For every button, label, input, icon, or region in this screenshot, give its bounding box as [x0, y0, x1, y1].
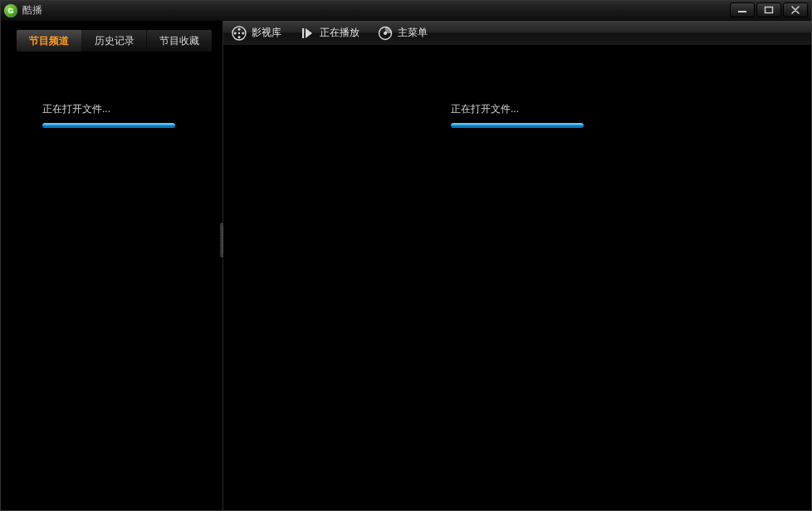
sidebar-tab-favorites[interactable]: 节目收藏: [147, 30, 212, 52]
main-loading: 正在打开文件...: [451, 102, 584, 128]
main-loading-text: 正在打开文件...: [451, 102, 584, 116]
toolbar-button-label: 主菜单: [398, 26, 428, 40]
play-icon: [300, 26, 315, 41]
svg-point-3: [238, 27, 241, 30]
sidebar-tab-label: 节目频道: [29, 34, 69, 48]
window-controls: [728, 1, 808, 20]
app-window: G 酷播 节目频道 历史记录 节目: [0, 0, 812, 511]
sidebar-content: 正在打开文件...: [1, 52, 223, 510]
toolbar-nowplaying-button[interactable]: 正在播放: [300, 26, 360, 41]
sidebar-tab-label: 节目收藏: [159, 34, 199, 48]
svg-rect-8: [302, 28, 304, 38]
svg-point-10: [384, 32, 387, 35]
sidebar-progress-bar: [42, 123, 175, 128]
sidebar: 节目频道 历史记录 节目收藏 正在打开文件...: [1, 21, 223, 510]
toolbar-mainmenu-button[interactable]: 主菜单: [378, 26, 428, 41]
main-toolbar: 影视库 正在播放: [223, 21, 811, 46]
svg-rect-1: [766, 7, 773, 13]
sidebar-tab-channels[interactable]: 节目频道: [17, 30, 82, 52]
svg-rect-0: [738, 11, 746, 12]
sidebar-loading-text: 正在打开文件...: [42, 102, 175, 116]
toolbar-button-label: 正在播放: [320, 26, 360, 40]
svg-point-6: [234, 32, 237, 34]
maximize-button[interactable]: [756, 2, 781, 17]
app-title: 酷播: [22, 3, 42, 17]
sidebar-loading: 正在打开文件...: [42, 102, 175, 128]
sidebar-tabs: 节目频道 历史记录 节目收藏: [16, 29, 213, 52]
app-body: 节目频道 历史记录 节目收藏 正在打开文件...: [1, 21, 811, 510]
main-progress-bar: [451, 123, 584, 128]
sidebar-tab-label: 历史记录: [95, 34, 135, 48]
app-logo-icon: G: [4, 4, 17, 17]
toolbar-button-label: 影视库: [252, 26, 281, 40]
svg-point-7: [238, 32, 240, 33]
player-content: 正在打开文件...: [223, 46, 811, 510]
title-bar: G 酷播: [1, 1, 811, 21]
sidebar-tab-history[interactable]: 历史记录: [82, 30, 148, 52]
main-area: 影视库 正在播放: [223, 21, 811, 510]
menu-disc-icon: [378, 26, 393, 41]
film-reel-icon: [232, 26, 247, 41]
minimize-button[interactable]: [730, 2, 755, 17]
toolbar-library-button[interactable]: 影视库: [232, 26, 281, 41]
close-button[interactable]: [783, 2, 808, 17]
svg-point-5: [238, 36, 241, 38]
svg-point-4: [242, 32, 244, 34]
